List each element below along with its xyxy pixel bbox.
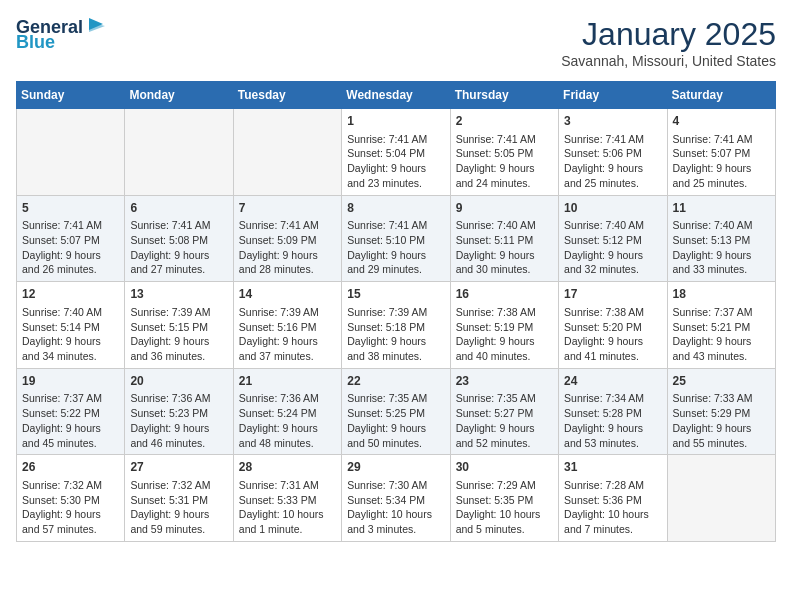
day-info: Sunrise: 7:40 AMSunset: 5:11 PMDaylight:… <box>456 218 553 277</box>
day-number: 3 <box>564 113 661 130</box>
logo: General Blue <box>16 16 107 53</box>
calendar-day-22: 22Sunrise: 7:35 AMSunset: 5:25 PMDayligh… <box>342 368 450 455</box>
day-number: 15 <box>347 286 444 303</box>
day-number: 18 <box>673 286 770 303</box>
day-number: 13 <box>130 286 227 303</box>
day-number: 25 <box>673 373 770 390</box>
day-number: 9 <box>456 200 553 217</box>
logo-container: General Blue <box>16 16 107 53</box>
calendar-day-4: 4Sunrise: 7:41 AMSunset: 5:07 PMDaylight… <box>667 109 775 196</box>
day-info: Sunrise: 7:38 AMSunset: 5:20 PMDaylight:… <box>564 305 661 364</box>
day-info: Sunrise: 7:39 AMSunset: 5:16 PMDaylight:… <box>239 305 336 364</box>
day-number: 14 <box>239 286 336 303</box>
calendar-day-14: 14Sunrise: 7:39 AMSunset: 5:16 PMDayligh… <box>233 282 341 369</box>
location-subtitle: Savannah, Missouri, United States <box>561 53 776 69</box>
day-number: 11 <box>673 200 770 217</box>
day-number: 1 <box>347 113 444 130</box>
calendar-day-9: 9Sunrise: 7:40 AMSunset: 5:11 PMDaylight… <box>450 195 558 282</box>
day-number: 16 <box>456 286 553 303</box>
day-number: 2 <box>456 113 553 130</box>
day-info: Sunrise: 7:36 AMSunset: 5:23 PMDaylight:… <box>130 391 227 450</box>
day-number: 29 <box>347 459 444 476</box>
calendar-day-19: 19Sunrise: 7:37 AMSunset: 5:22 PMDayligh… <box>17 368 125 455</box>
day-number: 26 <box>22 459 119 476</box>
day-info: Sunrise: 7:35 AMSunset: 5:25 PMDaylight:… <box>347 391 444 450</box>
day-info: Sunrise: 7:41 AMSunset: 5:07 PMDaylight:… <box>22 218 119 277</box>
weekday-header-monday: Monday <box>125 82 233 109</box>
calendar-day-1: 1Sunrise: 7:41 AMSunset: 5:04 PMDaylight… <box>342 109 450 196</box>
day-number: 28 <box>239 459 336 476</box>
day-info: Sunrise: 7:40 AMSunset: 5:12 PMDaylight:… <box>564 218 661 277</box>
day-info: Sunrise: 7:36 AMSunset: 5:24 PMDaylight:… <box>239 391 336 450</box>
day-info: Sunrise: 7:40 AMSunset: 5:13 PMDaylight:… <box>673 218 770 277</box>
calendar-day-15: 15Sunrise: 7:39 AMSunset: 5:18 PMDayligh… <box>342 282 450 369</box>
day-number: 12 <box>22 286 119 303</box>
day-info: Sunrise: 7:38 AMSunset: 5:19 PMDaylight:… <box>456 305 553 364</box>
calendar-week-row: 1Sunrise: 7:41 AMSunset: 5:04 PMDaylight… <box>17 109 776 196</box>
title-block: January 2025 Savannah, Missouri, United … <box>561 16 776 69</box>
calendar-day-30: 30Sunrise: 7:29 AMSunset: 5:35 PMDayligh… <box>450 455 558 542</box>
day-info: Sunrise: 7:41 AMSunset: 5:04 PMDaylight:… <box>347 132 444 191</box>
day-number: 7 <box>239 200 336 217</box>
day-number: 27 <box>130 459 227 476</box>
calendar-empty-cell <box>17 109 125 196</box>
calendar-day-10: 10Sunrise: 7:40 AMSunset: 5:12 PMDayligh… <box>559 195 667 282</box>
day-info: Sunrise: 7:34 AMSunset: 5:28 PMDaylight:… <box>564 391 661 450</box>
day-info: Sunrise: 7:31 AMSunset: 5:33 PMDaylight:… <box>239 478 336 537</box>
calendar-week-row: 12Sunrise: 7:40 AMSunset: 5:14 PMDayligh… <box>17 282 776 369</box>
day-info: Sunrise: 7:41 AMSunset: 5:09 PMDaylight:… <box>239 218 336 277</box>
day-info: Sunrise: 7:41 AMSunset: 5:07 PMDaylight:… <box>673 132 770 191</box>
calendar-week-row: 5Sunrise: 7:41 AMSunset: 5:07 PMDaylight… <box>17 195 776 282</box>
calendar-day-31: 31Sunrise: 7:28 AMSunset: 5:36 PMDayligh… <box>559 455 667 542</box>
day-number: 4 <box>673 113 770 130</box>
day-info: Sunrise: 7:41 AMSunset: 5:06 PMDaylight:… <box>564 132 661 191</box>
calendar-day-2: 2Sunrise: 7:41 AMSunset: 5:05 PMDaylight… <box>450 109 558 196</box>
calendar-week-row: 19Sunrise: 7:37 AMSunset: 5:22 PMDayligh… <box>17 368 776 455</box>
day-number: 8 <box>347 200 444 217</box>
calendar-day-24: 24Sunrise: 7:34 AMSunset: 5:28 PMDayligh… <box>559 368 667 455</box>
month-title: January 2025 <box>561 16 776 53</box>
day-number: 24 <box>564 373 661 390</box>
day-info: Sunrise: 7:37 AMSunset: 5:22 PMDaylight:… <box>22 391 119 450</box>
day-number: 21 <box>239 373 336 390</box>
calendar-day-23: 23Sunrise: 7:35 AMSunset: 5:27 PMDayligh… <box>450 368 558 455</box>
calendar-empty-cell <box>667 455 775 542</box>
day-info: Sunrise: 7:28 AMSunset: 5:36 PMDaylight:… <box>564 478 661 537</box>
calendar-day-27: 27Sunrise: 7:32 AMSunset: 5:31 PMDayligh… <box>125 455 233 542</box>
weekday-header-tuesday: Tuesday <box>233 82 341 109</box>
page-header: General Blue January 2025 Savannah, Miss… <box>16 16 776 69</box>
calendar-day-16: 16Sunrise: 7:38 AMSunset: 5:19 PMDayligh… <box>450 282 558 369</box>
day-info: Sunrise: 7:39 AMSunset: 5:18 PMDaylight:… <box>347 305 444 364</box>
calendar-day-17: 17Sunrise: 7:38 AMSunset: 5:20 PMDayligh… <box>559 282 667 369</box>
calendar-table: SundayMondayTuesdayWednesdayThursdayFrid… <box>16 81 776 542</box>
calendar-week-row: 26Sunrise: 7:32 AMSunset: 5:30 PMDayligh… <box>17 455 776 542</box>
day-info: Sunrise: 7:41 AMSunset: 5:05 PMDaylight:… <box>456 132 553 191</box>
calendar-day-13: 13Sunrise: 7:39 AMSunset: 5:15 PMDayligh… <box>125 282 233 369</box>
day-info: Sunrise: 7:33 AMSunset: 5:29 PMDaylight:… <box>673 391 770 450</box>
day-info: Sunrise: 7:40 AMSunset: 5:14 PMDaylight:… <box>22 305 119 364</box>
day-number: 30 <box>456 459 553 476</box>
day-info: Sunrise: 7:32 AMSunset: 5:31 PMDaylight:… <box>130 478 227 537</box>
day-info: Sunrise: 7:35 AMSunset: 5:27 PMDaylight:… <box>456 391 553 450</box>
calendar-day-7: 7Sunrise: 7:41 AMSunset: 5:09 PMDaylight… <box>233 195 341 282</box>
weekday-header-sunday: Sunday <box>17 82 125 109</box>
day-info: Sunrise: 7:37 AMSunset: 5:21 PMDaylight:… <box>673 305 770 364</box>
logo-blue: Blue <box>16 32 55 53</box>
weekday-header-row: SundayMondayTuesdayWednesdayThursdayFrid… <box>17 82 776 109</box>
weekday-header-friday: Friday <box>559 82 667 109</box>
day-number: 31 <box>564 459 661 476</box>
day-number: 17 <box>564 286 661 303</box>
day-info: Sunrise: 7:30 AMSunset: 5:34 PMDaylight:… <box>347 478 444 537</box>
day-number: 10 <box>564 200 661 217</box>
calendar-empty-cell <box>233 109 341 196</box>
calendar-day-5: 5Sunrise: 7:41 AMSunset: 5:07 PMDaylight… <box>17 195 125 282</box>
logo-flag-icon <box>85 16 107 38</box>
calendar-day-12: 12Sunrise: 7:40 AMSunset: 5:14 PMDayligh… <box>17 282 125 369</box>
day-number: 19 <box>22 373 119 390</box>
calendar-day-6: 6Sunrise: 7:41 AMSunset: 5:08 PMDaylight… <box>125 195 233 282</box>
day-info: Sunrise: 7:29 AMSunset: 5:35 PMDaylight:… <box>456 478 553 537</box>
calendar-day-11: 11Sunrise: 7:40 AMSunset: 5:13 PMDayligh… <box>667 195 775 282</box>
calendar-day-3: 3Sunrise: 7:41 AMSunset: 5:06 PMDaylight… <box>559 109 667 196</box>
calendar-day-29: 29Sunrise: 7:30 AMSunset: 5:34 PMDayligh… <box>342 455 450 542</box>
calendar-day-18: 18Sunrise: 7:37 AMSunset: 5:21 PMDayligh… <box>667 282 775 369</box>
